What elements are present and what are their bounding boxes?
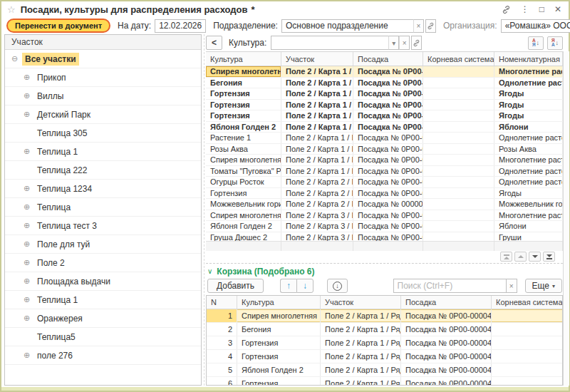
planting-row[interactable]: Яблоня Голден 2 Поле 2 / Карта 3 / Ряд 1…	[206, 221, 563, 232]
basket-header[interactable]: ∨ Корзина (Подобрано 6)	[206, 264, 563, 277]
department-clear-icon[interactable]: ×	[413, 19, 424, 33]
planting-row[interactable]: Можжевельник горизонтал... Поле 2 / Карт…	[206, 199, 563, 210]
planting-row[interactable]: Спирея многолетняя Поле 2 / Карта 1 / Ря…	[206, 66, 563, 78]
column-header-root-system[interactable]: Корневая система ↓	[423, 52, 494, 66]
sort-ascending-button[interactable]: АЯ ↓	[528, 36, 544, 50]
culture-dropdown-icon[interactable]: ▾	[388, 36, 399, 50]
date-label: На дату:	[118, 21, 151, 31]
basket-row[interactable]: 1 Спирея многолетняя Поле 2 / Карта 1 / …	[207, 309, 562, 323]
expand-icon[interactable]: ⊕	[21, 258, 32, 267]
maximize-icon[interactable]: □	[539, 5, 544, 14]
basket-row[interactable]: 2 Бегония Поле 2 / Карта 1 / Ряд 1 Посад…	[207, 323, 562, 336]
tree-item[interactable]: Теплица5	[5, 328, 201, 346]
tree-item[interactable]: ⊕ Теплица 1	[5, 143, 201, 161]
tree-item[interactable]: ⊕ Теплица 1234	[5, 180, 201, 198]
tree-item[interactable]: ⊖ Все участки	[5, 50, 201, 68]
finish-selection-button[interactable]: ↓	[327, 279, 348, 293]
planting-row[interactable]: Гортензия Поле 2 / Карта 2 / Ряд 6 Посад…	[206, 188, 563, 200]
expand-icon[interactable]: ⊕	[21, 73, 32, 82]
move-up-button[interactable]: ↑	[280, 279, 296, 293]
basket-search-input[interactable]	[393, 279, 506, 293]
planting-row[interactable]: Гортензия Поле 2 / Карта 1 / Ряд 2 Посад…	[206, 100, 563, 111]
organization-input[interactable]	[501, 19, 570, 33]
expand-icon[interactable]: ⊕	[21, 351, 32, 360]
tree-item[interactable]: ⊕ Прикоп	[5, 68, 201, 87]
more-dropdown-icon: ▾	[552, 283, 555, 289]
planting-row[interactable]: Спирея многолетняя Поле 2 / Карта 3 / Ря…	[206, 210, 563, 222]
column-header-culture[interactable]: Культура	[206, 52, 281, 66]
tree-item-label: Теплица	[34, 201, 73, 214]
scrollbar-track[interactable]	[563, 51, 569, 386]
planting-row[interactable]: Розы Аква Поле 2 / Карта 1 / Ряд 3 Посад…	[206, 144, 563, 155]
basket-column-planting[interactable]: Посадка	[401, 296, 492, 309]
tree-item[interactable]: ⊕ Площадка выдачи	[5, 272, 201, 291]
expand-icon[interactable]: ⊕	[21, 239, 32, 249]
tree-item[interactable]: ⊕ Поле 2	[5, 254, 201, 272]
tree-item[interactable]: ⊕ Теплица тест 3	[5, 217, 201, 235]
sort-descending-button[interactable]: ЯА ↓	[547, 36, 563, 50]
expand-icon[interactable]: ⊕	[21, 277, 32, 286]
scroll-up-button[interactable]	[514, 252, 527, 262]
expand-icon[interactable]: ⊕	[21, 221, 32, 230]
planting-row[interactable]: Яблоня Голден 2 Поле 2 / Карта 1 / Ряд 2…	[206, 122, 563, 133]
column-header-plot[interactable]: Участок	[281, 52, 353, 66]
menu-dots-icon[interactable]: ⋮	[521, 5, 529, 14]
get-link-icon[interactable]	[502, 5, 511, 14]
search-clear-icon[interactable]: ×	[506, 279, 517, 293]
basket-column-culture[interactable]: Культура	[237, 296, 321, 309]
add-button[interactable]: Добавить	[207, 279, 264, 293]
planting-row[interactable]: Гортензия Поле 2 / Карта 1 / Ряд 2 Посад…	[206, 110, 563, 122]
tree-item[interactable]: Теплица 222	[5, 161, 201, 180]
expand-icon[interactable]: ⊕	[21, 202, 32, 212]
culture-link-icon[interactable]	[411, 36, 422, 50]
basket-row[interactable]: 3 Гортензия Поле 2 / Карта 1 / Ряд 1 Пос…	[207, 336, 562, 350]
transfer-to-document-button[interactable]: Перенести в документ	[6, 19, 110, 33]
close-icon[interactable]: ✕	[554, 5, 561, 14]
planting-row[interactable]: Гортензия Поле 2 / Карта 1 / Ряд 1 Посад…	[206, 88, 563, 100]
column-header-planting[interactable]: Посадка	[353, 52, 423, 66]
expand-icon[interactable]: ⊕	[21, 110, 32, 119]
department-link-icon[interactable]	[425, 19, 436, 33]
expand-icon[interactable]: ⊕	[21, 147, 32, 156]
tree-item[interactable]: ⊕ Виллы	[5, 87, 201, 105]
scroll-to-top-button[interactable]	[500, 252, 512, 262]
culture-filter-input[interactable]	[271, 36, 388, 50]
date-input[interactable]	[155, 19, 206, 33]
tree-item[interactable]: ⊕ Оранжерея	[5, 309, 201, 328]
tree-item[interactable]: ⊕ Детский Парк	[5, 105, 201, 124]
planting-row[interactable]: Бегония Поле 2 / Карта 1 / Ряд 1 Посадка…	[206, 78, 563, 89]
tree-item[interactable]: ⊕ Теплица	[5, 198, 201, 217]
basket-row[interactable]: 5 Яблоня Голден 2 Поле 2 / Карта 1 / Ряд…	[207, 363, 562, 377]
expand-icon[interactable]: ⊕	[21, 91, 32, 100]
expand-icon[interactable]: ⊕	[21, 295, 32, 304]
planting-row[interactable]: Томаты "Пуговка" Росток Поле 2 / Карта 1…	[206, 166, 563, 177]
favorite-star-icon[interactable]: ☆	[7, 4, 16, 15]
move-down-button[interactable]: ↓	[296, 279, 314, 293]
collapse-basket-icon[interactable]: ∨	[207, 267, 212, 275]
planting-row[interactable]: Растение 1 Поле 2 / Карта 1 / Ряд 2 Поса…	[206, 133, 563, 144]
tree-item[interactable]: Теплица 305	[5, 124, 201, 143]
expand-icon[interactable]: ⊕	[21, 314, 32, 323]
expand-icon[interactable]: ⊖	[9, 54, 20, 63]
scroll-down-button[interactable]	[529, 252, 541, 262]
expand-icon[interactable]: ⊕	[21, 184, 32, 193]
filter-row: < Культура: ▾ × АЯ ↓ ЯА ↓	[206, 34, 563, 51]
basket-column-root-system[interactable]: Корневая система	[492, 296, 563, 309]
tree-item[interactable]: ⊕ Теплица 1	[5, 291, 201, 309]
culture-clear-icon[interactable]: ×	[399, 36, 410, 50]
tree-item[interactable]: ⊕ поле 276	[5, 346, 201, 365]
panel-splitter[interactable]	[204, 34, 204, 386]
more-button[interactable]: Еще ▾	[525, 279, 562, 293]
tree-item[interactable]: ⊕ Поле для туй	[5, 235, 201, 254]
basket-column-plot[interactable]: Участок	[321, 296, 401, 309]
planting-row[interactable]: Спирея многолетняя Поле 2 / Карта 1 / Ря…	[206, 155, 563, 166]
planting-row[interactable]: Огурцы Росток Поле 2 / Карта 2 / Ряд 5 П…	[206, 177, 563, 188]
basket-column-n[interactable]: N	[207, 296, 237, 309]
basket-row[interactable]: 4 Гортензия Поле 2 / Карта 1 / Ряд 2 Пос…	[207, 350, 562, 363]
scroll-to-bottom-button[interactable]	[543, 252, 555, 262]
basket-row[interactable]: 6 Гортензия Поле 2 / Карта 1 / Ряд 2 Пос…	[207, 377, 562, 386]
column-header-nomenclature-group[interactable]: Номенклатурная группа	[494, 52, 563, 66]
department-input[interactable]	[281, 19, 413, 33]
planting-row[interactable]: Груша Дюшес 2 Поле 2 / Карта 3 / Ряд 11 …	[206, 232, 563, 242]
collapse-tree-button[interactable]: <	[206, 36, 222, 50]
